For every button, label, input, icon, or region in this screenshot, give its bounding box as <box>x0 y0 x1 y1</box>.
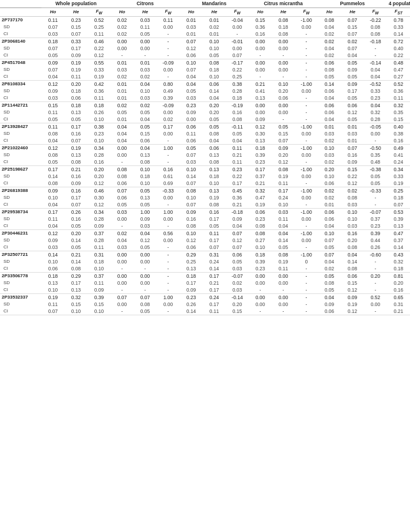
data-cell: 0.25 <box>387 187 410 194</box>
ci-cell: 0.04 <box>203 137 226 145</box>
row-id: 2P8108334 <box>0 80 41 88</box>
sd-label: SD <box>0 130 41 137</box>
sd-cell: 0.18 <box>203 173 226 180</box>
sd-cell: - <box>364 45 387 52</box>
sd-row: SD0.070.150.250.020.110.000.030.020.000.… <box>0 24 410 31</box>
data-cell: 0.03 <box>272 208 295 216</box>
ci-cell: 0.06 <box>318 180 341 187</box>
ci-cell: 0.11 <box>272 265 295 273</box>
data-cell: 0.04 <box>272 229 295 237</box>
sd-cell: 0.41 <box>249 88 272 95</box>
ci-cell: - <box>295 95 318 102</box>
ci-cell: 0.16 <box>387 137 410 145</box>
row-id: 2P29538734 <box>0 208 41 216</box>
sd-cell: 0.10 <box>41 258 64 265</box>
sd-cell: 0.00 <box>272 45 295 52</box>
ci-cell: 0.01 <box>111 95 134 102</box>
sd-cell: 0.40 <box>387 45 410 52</box>
sd-cell: 0.00 <box>157 216 180 222</box>
ci-cell: 0.14 <box>203 265 226 273</box>
data-cell: 0.04 <box>341 251 364 258</box>
sd-cell: 0.16 <box>180 216 203 222</box>
data-cell: 0.24 <box>203 293 226 301</box>
sd-cell: 0.00 <box>111 45 134 52</box>
ci-cell: 0.05 <box>134 201 157 209</box>
data-cell: 0.08 <box>272 165 295 173</box>
ci-cell: 0.04 <box>41 222 64 230</box>
ci-cell: 0.09 <box>88 222 111 230</box>
ci-cell: 0.05 <box>318 244 341 251</box>
sd-cell: 0.00 <box>295 152 318 159</box>
sd-row: SD0.110.130.260.050.050.000.090.200.160.… <box>0 109 410 116</box>
ci-cell: 0.07 <box>226 52 249 59</box>
sd-cell: 0.00 <box>134 280 157 286</box>
sd-cell: 0.07 <box>180 66 203 73</box>
data-cell: 0.08 <box>318 16 341 24</box>
data-cell: - <box>157 272 180 280</box>
data-cell: -0.09 <box>157 59 180 66</box>
data-cell: - <box>295 101 318 109</box>
ci-cell: 0.05 <box>341 73 364 81</box>
ci-cell: - <box>157 286 180 294</box>
data-cell: 0.17 <box>203 272 226 280</box>
sd-cell: 0.31 <box>387 301 410 308</box>
col-fst: FST <box>387 8 410 17</box>
row-id: 2P25198627 <box>0 165 41 173</box>
ci-cell: 0.12 <box>341 180 364 187</box>
data-cell: 0.00 <box>272 293 295 301</box>
sd-label: SD <box>0 194 41 201</box>
data-cell: 0.00 <box>134 272 157 280</box>
sd-cell: 0.37 <box>387 237 410 244</box>
ci-cell: - <box>272 116 295 123</box>
ci-cell: 0.02 <box>318 159 341 166</box>
ci-cell: 0.07 <box>387 201 410 209</box>
sd-cell: 0.18 <box>387 194 410 201</box>
sd-cell: 0.14 <box>341 258 364 265</box>
ci-row: CI0.070.100.10-0.05-0.140.110.15---0.060… <box>0 308 410 315</box>
data-cell: 0.21 <box>64 165 88 173</box>
data-cell: 0.18 <box>64 101 88 109</box>
data-cell: -0.38 <box>364 165 387 173</box>
ci-cell: 0.01 <box>341 137 364 145</box>
sd-cell: 0.22 <box>226 66 249 73</box>
ci-cell: 0.10 <box>249 244 272 251</box>
data-cell: 0.19 <box>41 293 64 301</box>
ci-cell: 0.02 <box>318 31 341 38</box>
sd-cell: 0.11 <box>41 301 64 308</box>
data-cell: 0.15 <box>249 16 272 24</box>
data-cell: 0.00 <box>272 272 295 280</box>
data-cell: 0.05 <box>272 123 295 130</box>
sd-cell: 0.10 <box>41 194 64 201</box>
sd-cell: 0.47 <box>387 66 410 73</box>
sd-cell: 0.05 <box>134 109 157 116</box>
sd-cell: - <box>364 280 387 286</box>
ci-cell: 0.18 <box>226 95 249 102</box>
sd-cell: 0.32 <box>387 258 410 265</box>
data-cell: 0.42 <box>88 80 111 88</box>
sd-cell: 0.24 <box>203 258 226 265</box>
ci-cell: - <box>111 308 134 315</box>
data-cell: 0.14 <box>318 80 341 88</box>
sd-cell: 0.06 <box>318 88 341 95</box>
ci-row: CI0.050.090.12---0.060.050.07---0.020.04… <box>0 52 410 59</box>
col-ci-ho: Ho <box>111 8 134 17</box>
ci-cell: - <box>295 265 318 273</box>
data-cell: 0.10 <box>180 229 203 237</box>
sd-cell: 0.00 <box>249 109 272 116</box>
ci-label: CI <box>0 265 41 273</box>
data-cell: 0.04 <box>134 144 157 152</box>
data-cell: 0.00 <box>111 37 134 45</box>
data-cell: 0.10 <box>203 37 226 45</box>
sd-cell: 0.22 <box>341 173 364 180</box>
sd-cell: 0.15 <box>88 301 111 308</box>
data-cell: 0.11 <box>157 16 180 24</box>
data-cell: -1.00 <box>295 229 318 237</box>
sd-cell: 0.18 <box>64 88 88 95</box>
data-cell: 0.81 <box>387 272 410 280</box>
ci-cell: 0.03 <box>341 201 364 209</box>
sd-cell: 0.00 <box>157 66 180 73</box>
ci-cell: 0.08 <box>272 31 295 38</box>
sd-cell: 0.02 <box>111 24 134 31</box>
sd-cell: 0.16 <box>64 173 88 180</box>
sd-cell: 0.10 <box>318 173 341 180</box>
